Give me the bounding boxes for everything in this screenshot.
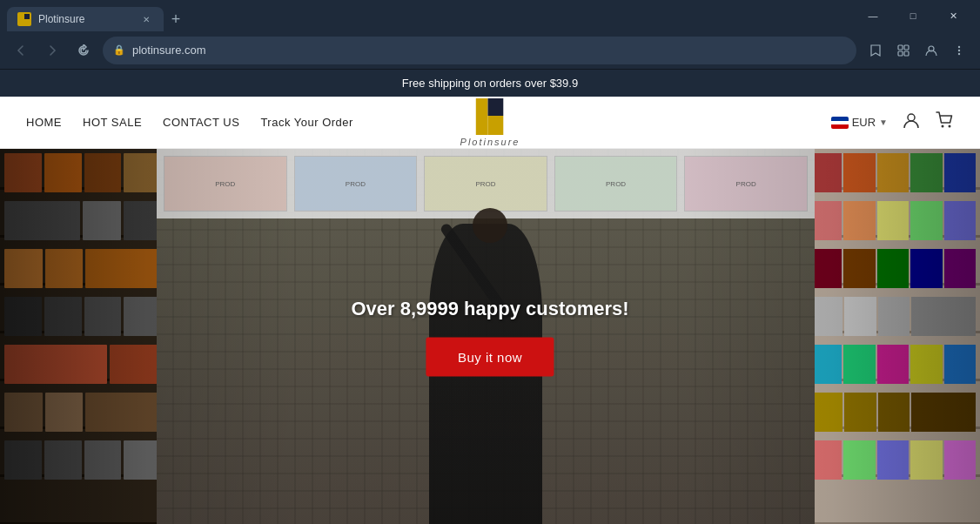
maximize-button[interactable]: □ <box>893 2 933 30</box>
logo-icon <box>476 98 504 135</box>
site-header: HOME HOT SALE CONTACT US Track Your Orde… <box>0 97 980 149</box>
nav-contact-us[interactable]: CONTACT US <box>163 116 239 129</box>
nav-home[interactable]: HOME <box>26 116 62 129</box>
svg-rect-0 <box>19 14 24 24</box>
address-bar[interactable]: 🔒 plotinsure.com <box>103 37 856 64</box>
lock-icon: 🔒 <box>113 44 125 56</box>
browser-tabs: Plotinsure ✕ + <box>7 0 188 31</box>
right-shelves <box>806 149 980 524</box>
svg-point-13 <box>908 114 915 121</box>
close-button[interactable]: ✕ <box>933 2 973 30</box>
site-logo: Plotinsure <box>460 98 520 147</box>
tab-title: Plotinsure <box>38 13 84 25</box>
left-shelves <box>0 149 165 524</box>
url-text: plotinsure.com <box>132 44 846 57</box>
extensions-button[interactable] <box>891 38 916 63</box>
website-content: Free shipping on orders over $39.9 HOME … <box>0 70 980 524</box>
svg-rect-10 <box>476 98 488 135</box>
back-button[interactable] <box>9 38 33 63</box>
browser-chrome: Plotinsure ✕ + — □ ✕ 🔒 plotinsure.com <box>0 0 980 70</box>
currency-selector[interactable]: EUR ▼ <box>831 116 888 129</box>
window-controls: — □ ✕ <box>853 2 973 30</box>
new-tab-button[interactable]: + <box>164 7 188 31</box>
bookmark-button[interactable] <box>863 38 888 63</box>
hero-content: Over 8,9999 happy customers! Buy it now <box>351 298 628 377</box>
toolbar-actions <box>863 38 971 63</box>
browser-toolbar: 🔒 plotinsure.com <box>0 31 980 70</box>
minimize-button[interactable]: — <box>853 2 893 30</box>
announcement-bar: Free shipping on orders over $39.9 <box>0 70 980 97</box>
profile-button[interactable] <box>919 38 943 63</box>
svg-point-7 <box>958 45 960 47</box>
tab-favicon <box>17 12 31 26</box>
logo-text: Plotinsure <box>460 137 520 147</box>
currency-chevron-icon: ▼ <box>879 118 888 127</box>
eu-flag <box>831 117 849 129</box>
announcement-text: Free shipping on orders over $39.9 <box>402 77 578 90</box>
user-icon[interactable] <box>902 111 921 134</box>
hero-tagline: Over 8,9999 happy customers! <box>351 298 628 320</box>
active-tab[interactable]: Plotinsure ✕ <box>7 7 164 31</box>
svg-rect-4 <box>898 51 903 56</box>
nav-track-order[interactable]: Track Your Order <box>260 116 353 129</box>
header-actions: EUR ▼ <box>831 111 954 134</box>
currency-text: EUR <box>852 116 876 129</box>
svg-rect-1 <box>24 14 30 19</box>
svg-rect-12 <box>488 116 504 135</box>
svg-rect-3 <box>904 45 909 50</box>
browser-titlebar: Plotinsure ✕ + — □ ✕ <box>0 0 980 31</box>
hero-section: PROD PROD PROD PROD PROD Over 8,9999 hap… <box>0 149 980 524</box>
refresh-button[interactable] <box>71 38 96 63</box>
site-nav: HOME HOT SALE CONTACT US Track Your Orde… <box>26 116 353 129</box>
svg-rect-11 <box>488 98 504 116</box>
nav-hot-sale[interactable]: HOT SALE <box>83 116 142 129</box>
menu-button[interactable] <box>947 38 971 63</box>
svg-rect-5 <box>904 51 909 56</box>
svg-point-9 <box>958 52 960 54</box>
tab-close-button[interactable]: ✕ <box>139 12 153 26</box>
cart-icon[interactable] <box>935 111 954 134</box>
svg-point-15 <box>949 125 951 128</box>
forward-button[interactable] <box>40 38 64 63</box>
svg-point-8 <box>958 49 960 50</box>
svg-rect-2 <box>898 45 903 50</box>
hero-cta-button[interactable]: Buy it now <box>426 338 554 377</box>
svg-point-14 <box>942 125 944 128</box>
